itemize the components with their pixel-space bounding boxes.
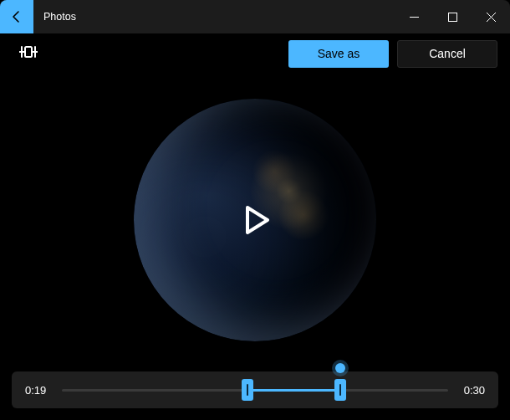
cancel-button[interactable]: Cancel xyxy=(397,40,497,68)
svg-rect-0 xyxy=(448,13,456,21)
trim-range xyxy=(247,389,340,392)
trim-end-handle[interactable] xyxy=(334,379,346,401)
play-button[interactable] xyxy=(222,187,288,254)
toolbar: Save as Cancel xyxy=(0,38,510,69)
back-arrow-icon xyxy=(10,10,23,23)
play-icon xyxy=(232,197,278,243)
trim-icon xyxy=(19,44,38,63)
timeline-track[interactable] xyxy=(62,371,448,408)
titlebar: Photos xyxy=(0,0,510,33)
minimize-button[interactable] xyxy=(395,0,433,33)
total-time: 0:30 xyxy=(460,384,485,397)
window-controls xyxy=(395,0,510,33)
back-button[interactable] xyxy=(0,0,33,33)
close-button[interactable] xyxy=(472,0,510,33)
current-time: 0:19 xyxy=(25,384,50,397)
video-preview xyxy=(0,74,510,366)
maximize-button[interactable] xyxy=(433,0,472,33)
close-icon xyxy=(487,13,496,22)
save-as-button[interactable]: Save as xyxy=(288,40,389,68)
trim-start-handle[interactable] xyxy=(242,379,253,401)
svg-rect-1 xyxy=(25,47,32,57)
minimize-icon xyxy=(410,13,419,22)
trim-controls: 0:19 0:30 xyxy=(12,371,498,408)
maximize-icon xyxy=(448,13,457,22)
app-title: Photos xyxy=(43,11,76,23)
playhead[interactable] xyxy=(335,363,345,373)
